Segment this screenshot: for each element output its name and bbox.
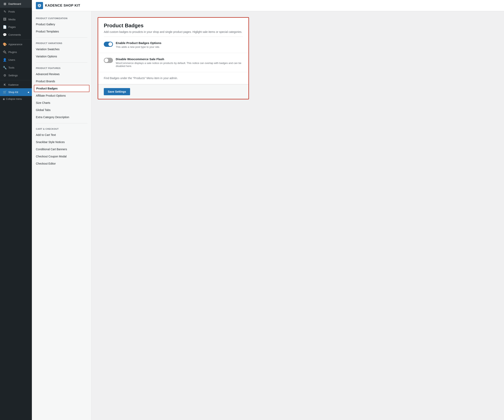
enable-badges-toggle[interactable] bbox=[104, 42, 113, 47]
nav-label: Tools bbox=[8, 66, 14, 69]
toggle-row-sale-flash: Disable Woocommerce Sale Flash WooCommer… bbox=[104, 57, 243, 67]
nav-label: Posts bbox=[8, 10, 15, 13]
sidebar-item-variation-options[interactable]: Variation Options bbox=[32, 53, 91, 60]
nav-label: Pages bbox=[8, 25, 16, 29]
kadence-icon: K bbox=[3, 83, 7, 86]
sidebar-item-variation-swatches[interactable]: Variation Swatches bbox=[32, 46, 91, 53]
shop-kit-icon: 🛒 bbox=[3, 90, 7, 94]
nav-label: Settings bbox=[8, 74, 18, 77]
nav-item-plugins[interactable]: 🔌 Plugins bbox=[0, 48, 32, 56]
collapse-menu-item[interactable]: ◉ Collapse menu bbox=[0, 96, 32, 102]
nav-label: Kadence bbox=[8, 83, 18, 86]
dashboard-icon: ⊞ bbox=[3, 2, 7, 6]
sale-flash-sublabel: WooCommerce displays a sale notice on pr… bbox=[116, 62, 243, 67]
nav-label: Users bbox=[8, 58, 15, 61]
product-badges-panel: Product Badges Add custom badges to prou… bbox=[98, 17, 249, 99]
enable-badges-label-group: Enable Product Badges Options This adds … bbox=[116, 41, 243, 48]
panel-header: Product Badges Add custom badges to prou… bbox=[98, 18, 248, 37]
main-area: KADENCE SHOP KIT Product Customization P… bbox=[32, 0, 504, 420]
sidebar-item-product-gallery[interactable]: Product Gallery bbox=[32, 21, 91, 28]
sidebar-item-add-to-cart-text[interactable]: Add to Cart Text bbox=[32, 131, 91, 138]
sidebar-item-advanced-reviews[interactable]: Advanced Reviews bbox=[32, 71, 91, 78]
section-title-customization: Product Customization bbox=[32, 15, 91, 21]
info-text: Find Badges under the "Products" Menu it… bbox=[104, 77, 243, 80]
chevron-left-icon: ◀ bbox=[28, 91, 29, 93]
nav-item-dashboard[interactable]: ⊞ Dashboard bbox=[0, 0, 32, 8]
sale-flash-label: Disable Woocommerce Sale Flash bbox=[116, 57, 243, 61]
media-icon: 🖼 bbox=[3, 18, 7, 21]
sidebar-item-product-brands[interactable]: Product Brands bbox=[32, 78, 91, 85]
disable-sale-flash-section: Disable Woocommerce Sale Flash WooCommer… bbox=[98, 53, 248, 72]
plugins-icon: 🔌 bbox=[3, 50, 7, 54]
sidebar-item-product-badges[interactable]: Product Badges bbox=[34, 85, 90, 92]
pages-icon: 📄 bbox=[3, 25, 7, 29]
save-settings-button[interactable]: Save Settings bbox=[104, 88, 130, 95]
content-row: Product Customization Product Gallery Pr… bbox=[32, 11, 504, 420]
sidebar-item-size-charts[interactable]: Size Charts bbox=[32, 99, 91, 106]
sidebar-item-checkout-coupon-modal[interactable]: Checkout Coupon Modal bbox=[32, 153, 91, 160]
logo-icon bbox=[36, 2, 43, 9]
nav-label: Plugins bbox=[8, 51, 17, 54]
enable-badges-label: Enable Product Badges Options bbox=[116, 41, 243, 45]
panel-description: Add custom badges to proudcts in your sh… bbox=[104, 30, 243, 33]
section-title-cart-checkout: Cart & Checkout bbox=[32, 126, 91, 131]
nav-item-settings[interactable]: ⚙ Settings bbox=[0, 72, 32, 79]
sidebar-item-product-templates[interactable]: Product Templates bbox=[32, 28, 91, 35]
sub-sidebar: Product Customization Product Gallery Pr… bbox=[32, 11, 92, 420]
section-title-variations: Product Variations bbox=[32, 40, 91, 46]
settings-icon: ⚙ bbox=[3, 73, 7, 77]
panel-title: Product Badges bbox=[104, 23, 243, 29]
collapse-icon: ◉ bbox=[3, 98, 5, 100]
comments-icon: 💬 bbox=[3, 33, 7, 37]
info-section: Find Badges under the "Products" Menu it… bbox=[98, 72, 248, 84]
sidebar-item-extra-category-description[interactable]: Extra Category Description bbox=[32, 114, 91, 121]
sidebar-item-conditional-cart-banners[interactable]: Conditional Cart Banners bbox=[32, 146, 91, 153]
nav-item-tools[interactable]: 🔧 Tools bbox=[0, 64, 32, 72]
nav-item-shop-kit[interactable]: 🛒 Shop Kit ◀ bbox=[0, 88, 32, 96]
nav-item-users[interactable]: 👤 Users bbox=[0, 56, 32, 64]
app-title: KADENCE SHOP KIT bbox=[45, 4, 80, 8]
disable-sale-flash-toggle[interactable] bbox=[104, 58, 113, 63]
nav-label: Dashboard bbox=[8, 2, 21, 5]
appearance-icon: 🎨 bbox=[3, 42, 7, 46]
nav-item-media[interactable]: 🖼 Media bbox=[0, 16, 32, 23]
top-bar: KADENCE SHOP KIT bbox=[32, 0, 504, 11]
main-content: Product Badges Add custom badges to prou… bbox=[92, 11, 504, 420]
sidebar-item-checkout-editor[interactable]: Checkout Editor bbox=[32, 160, 91, 167]
sidebar-item-snackbar-style-notices[interactable]: Snackbar Style Notices bbox=[32, 138, 91, 146]
enable-badges-section: Enable Product Badges Options This adds … bbox=[98, 37, 248, 53]
nav-label: Comments bbox=[8, 33, 21, 36]
nav-item-appearance[interactable]: 🎨 Appearance bbox=[0, 41, 32, 48]
toggle-row-enable: Enable Product Badges Options This adds … bbox=[104, 41, 243, 48]
wp-admin-nav: ⊞ Dashboard ✎ Posts 🖼 Media 📄 Pages 💬 Co… bbox=[0, 0, 32, 420]
sidebar-item-global-tabs[interactable]: Global Tabs bbox=[32, 106, 91, 114]
posts-icon: ✎ bbox=[3, 10, 7, 13]
sale-flash-label-group: Disable Woocommerce Sale Flash WooCommer… bbox=[116, 57, 243, 67]
nav-item-posts[interactable]: ✎ Posts bbox=[0, 8, 32, 16]
users-icon: 👤 bbox=[3, 58, 7, 62]
nav-item-pages[interactable]: 📄 Pages bbox=[0, 23, 32, 31]
tools-icon: 🔧 bbox=[3, 66, 7, 70]
nav-label: Shop Kit bbox=[8, 91, 18, 94]
nav-item-comments[interactable]: 💬 Comments bbox=[0, 31, 32, 39]
nav-label: Appearance bbox=[8, 43, 22, 46]
section-title-features: Product Features bbox=[32, 65, 91, 71]
panel-footer: Save Settings bbox=[98, 84, 248, 99]
enable-badges-sublabel: This adds a new post type to your site. bbox=[116, 45, 243, 48]
nav-item-kadence[interactable]: K Kadence bbox=[0, 81, 32, 88]
collapse-label: Collapse menu bbox=[6, 98, 22, 100]
sidebar-item-affiliate-product-options[interactable]: Affiliate Product Options bbox=[32, 92, 91, 99]
nav-label: Media bbox=[8, 18, 15, 21]
